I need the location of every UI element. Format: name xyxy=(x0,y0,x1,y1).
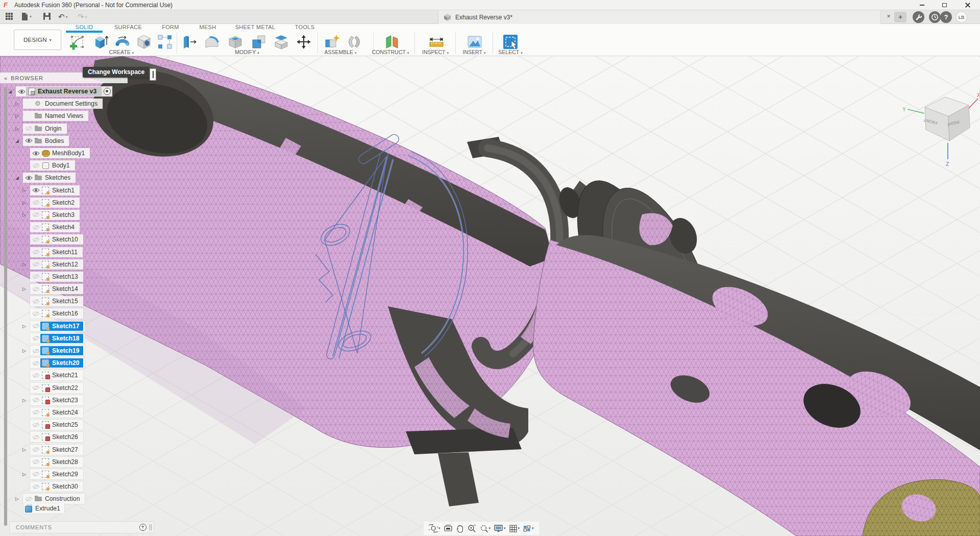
browser-tree-row[interactable]: Sketch3 xyxy=(0,209,132,221)
browser-tree-row[interactable]: Sketch1 xyxy=(0,184,132,197)
visibility-eye-icon[interactable] xyxy=(31,471,40,477)
tab-close-button[interactable]: × xyxy=(885,13,893,20)
browser-tree-row[interactable]: Sketch30 xyxy=(0,480,132,493)
browser-tree-row[interactable]: Sketch25 xyxy=(0,419,132,431)
tab-form[interactable]: FORM xyxy=(162,24,179,32)
visibility-eye-icon[interactable] xyxy=(31,385,40,391)
visibility-eye-icon[interactable] xyxy=(17,89,26,94)
browser-tree-row[interactable]: Exhaust Reverse v3 xyxy=(0,85,132,98)
visibility-eye-icon[interactable] xyxy=(24,496,33,502)
browser-tree-row[interactable]: Sketch17 xyxy=(0,320,132,332)
browser-tree-row[interactable]: Sketch29 xyxy=(0,468,132,480)
minimize-button[interactable] xyxy=(912,0,932,10)
expand-arrow-icon[interactable] xyxy=(15,138,23,143)
revolve-button[interactable] xyxy=(113,33,132,51)
visibility-eye-icon[interactable] xyxy=(31,409,40,415)
browser-tree-row[interactable]: Sketch22 xyxy=(0,382,132,394)
expand-arrow-icon[interactable] xyxy=(15,126,23,131)
visibility-eye-icon[interactable] xyxy=(31,323,40,329)
viewport-3d-canvas[interactable]: FRONT RIGHT X Y Z xyxy=(0,56,980,536)
visibility-eye-icon[interactable] xyxy=(24,126,33,131)
visibility-eye-icon[interactable] xyxy=(31,360,40,366)
press-pull-button[interactable] xyxy=(180,33,198,51)
browser-tree-row[interactable]: Sketches xyxy=(0,172,132,184)
comments-resize-handle[interactable] xyxy=(150,524,152,530)
pan-button[interactable] xyxy=(456,524,464,533)
expand-arrow-icon[interactable] xyxy=(15,175,23,180)
measure-button[interactable] xyxy=(427,33,446,51)
visibility-eye-icon[interactable] xyxy=(31,286,40,292)
move-copy-button[interactable] xyxy=(295,33,313,51)
file-menu-button[interactable]: ▾ xyxy=(20,12,32,21)
job-status-button[interactable] xyxy=(929,11,941,23)
combine-button[interactable] xyxy=(250,33,268,51)
comments-bar[interactable]: COMMENTS xyxy=(9,521,154,533)
browser-tree-row[interactable]: Sketch23 xyxy=(0,394,132,406)
create-sketch-button[interactable] xyxy=(68,33,87,51)
browser-tree-row[interactable]: Sketch10 xyxy=(0,233,132,246)
browser-tree-row[interactable]: Document Settings xyxy=(0,98,132,110)
browser-tree-row[interactable]: Origin xyxy=(0,123,132,135)
expand-arrow-icon[interactable] xyxy=(22,472,30,477)
redo-button[interactable]: ↷▾ xyxy=(78,12,87,21)
grid-display-button[interactable]: ▾ xyxy=(509,524,520,533)
canvas-button[interactable] xyxy=(465,33,484,51)
undo-button[interactable]: ↶▾ xyxy=(58,12,68,21)
visibility-eye-icon[interactable] xyxy=(31,348,40,354)
visibility-eye-icon[interactable] xyxy=(31,151,40,156)
visibility-eye-icon[interactable] xyxy=(31,237,40,242)
visibility-eye-icon[interactable] xyxy=(31,225,40,230)
browser-tree-row[interactable]: Sketch28 xyxy=(0,456,132,468)
browser-tree-row[interactable]: Sketch16 xyxy=(0,307,132,320)
extrude-button[interactable] xyxy=(91,33,110,51)
expand-arrow-icon[interactable] xyxy=(22,324,30,329)
browser-tree-row[interactable]: Sketch20 xyxy=(0,357,132,369)
visibility-eye-icon[interactable] xyxy=(31,484,40,490)
expand-arrow-icon[interactable] xyxy=(22,262,30,267)
new-tab-button[interactable]: + xyxy=(894,12,906,22)
browser-tree-row[interactable]: Sketch26 xyxy=(0,431,132,443)
expand-arrow-icon[interactable] xyxy=(22,188,30,193)
visibility-eye-icon[interactable] xyxy=(31,311,40,316)
fillet-button[interactable] xyxy=(203,33,221,51)
expand-arrow-icon[interactable] xyxy=(8,89,16,94)
fit-button[interactable]: ▾ xyxy=(479,524,491,533)
timeline-feature-extrude1[interactable]: Extrude1 xyxy=(23,503,64,514)
tab-mesh[interactable]: MESH xyxy=(200,24,216,32)
new-component-button[interactable] xyxy=(323,33,341,51)
browser-tree-row[interactable]: Bodies xyxy=(0,135,132,147)
browser-tree-row[interactable]: Body1 xyxy=(0,159,132,172)
split-body-button[interactable] xyxy=(272,33,290,51)
visibility-eye-icon[interactable] xyxy=(31,434,40,440)
visibility-eye-icon[interactable] xyxy=(31,212,40,217)
orbit-button[interactable]: ▾ xyxy=(429,524,440,533)
tab-surface[interactable]: SURFACE xyxy=(114,24,142,32)
look-at-button[interactable] xyxy=(444,524,453,532)
browser-tree-row[interactable]: Sketch18 xyxy=(0,332,132,345)
browser-tree-row[interactable]: Construction xyxy=(0,493,132,505)
viewports-button[interactable]: ▾ xyxy=(523,525,534,532)
construction-plane-button[interactable] xyxy=(383,33,401,51)
select-button[interactable] xyxy=(501,33,520,51)
expand-arrow-icon[interactable] xyxy=(22,348,30,353)
expand-arrow-icon[interactable] xyxy=(22,286,30,291)
browser-tree-row[interactable]: Sketch2 xyxy=(0,197,132,209)
document-tab[interactable]: Exhaust Reverse v3* xyxy=(438,10,881,24)
browser-tree-row[interactable]: Sketch19 xyxy=(0,345,132,357)
browser-tree-row[interactable]: Sketch12 xyxy=(0,258,132,271)
visibility-eye-icon[interactable] xyxy=(31,397,40,403)
create-group-label[interactable]: CREATE xyxy=(109,49,134,55)
browser-tree-row[interactable]: Sketch14 xyxy=(0,283,132,295)
visibility-eye-icon[interactable] xyxy=(31,422,40,428)
app-grid-button[interactable] xyxy=(5,12,13,20)
browser-tree-row[interactable]: Sketch15 xyxy=(0,295,132,307)
browser-tree-row[interactable]: Named Views xyxy=(0,110,132,122)
visibility-eye-icon[interactable] xyxy=(31,459,40,465)
display-settings-button[interactable]: ▾ xyxy=(494,524,506,533)
visibility-eye-icon[interactable] xyxy=(31,274,40,279)
inspect-group-label[interactable]: INSPECT xyxy=(422,49,449,55)
tab-tools[interactable]: TOOLS xyxy=(295,24,315,32)
visibility-eye-icon[interactable] xyxy=(31,335,40,341)
hole-button[interactable] xyxy=(135,33,153,51)
rectangular-pattern-button[interactable] xyxy=(156,33,174,51)
